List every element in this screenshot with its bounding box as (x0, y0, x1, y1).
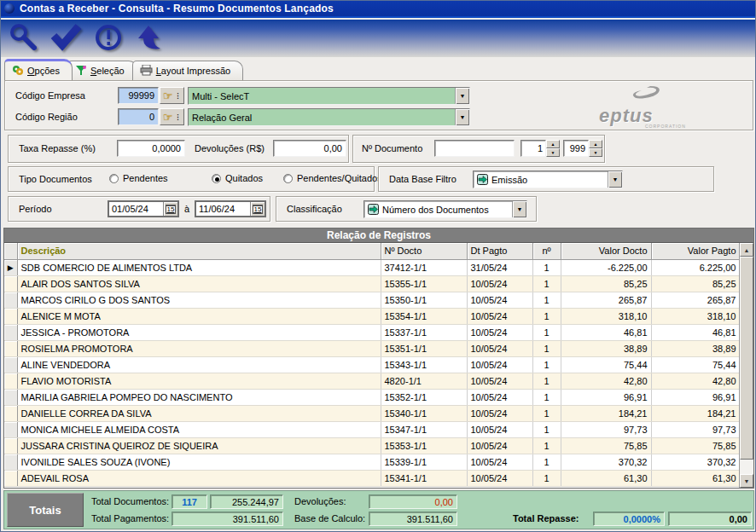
row-gutter (4, 421, 17, 437)
taxa-repasse-input[interactable]: 0,0000 (117, 140, 185, 157)
date-from-input[interactable]: 01/05/24 15 (108, 200, 179, 217)
cell: 1 (532, 437, 561, 454)
green-arrow-icon (368, 204, 379, 215)
table-row[interactable]: ALENICE M MOTA15354-1/110/05/241318,1031… (4, 308, 740, 324)
exit-button[interactable] (134, 22, 168, 55)
cell: 10/05/24 (467, 421, 532, 437)
table-row[interactable]: ALINE VENDEDORA15343-1/110/05/24175,4475… (4, 356, 740, 373)
periodo-panel: Período 01/05/24 15 à 11/06/24 15 (8, 196, 270, 222)
codigo-empresa-input[interactable]: 99999 (118, 87, 159, 104)
table-row[interactable]: IVONILDE SALES SOUZA (IVONE)15339-1/110/… (4, 454, 740, 470)
cell: 15352-1/1 (381, 389, 467, 405)
table-row[interactable]: ▶SDB COMERCIO DE ALIMENTOS LTDA37412-1/1… (4, 259, 740, 275)
cell: JESSICA - PROMOTORA (17, 324, 381, 340)
cell: ALAIR DOS SANTOS SILVA (17, 275, 381, 292)
cell: -6.225,00 (561, 259, 651, 275)
table-row[interactable]: MARCOS CIRILO G DOS SANTOS15350-1/110/05… (4, 292, 740, 308)
cell: 61,30 (561, 470, 651, 486)
column-header[interactable]: Valor Pagto (651, 243, 740, 259)
radio-pendentes[interactable]: Pendentes (109, 173, 168, 183)
spin-down-icon[interactable]: ▼ (546, 148, 560, 157)
spin-down-icon[interactable]: ▼ (589, 148, 602, 157)
dropdown-arrow-icon[interactable]: ▼ (455, 109, 469, 125)
classificacao-combobox[interactable]: Número dos Documentos ▼ (363, 200, 527, 218)
pointing-hand-icon: ☞ (163, 90, 173, 101)
spin-up-icon[interactable]: ▲ (546, 140, 560, 148)
dropdown-arrow-icon[interactable]: ▼ (455, 88, 469, 104)
vertical-scrollbar[interactable]: ▲ ▼ (739, 243, 753, 488)
num-documento-input[interactable] (434, 140, 515, 157)
cell: 97,73 (561, 421, 651, 437)
column-header[interactable]: Descrição (17, 243, 381, 259)
cell: 1 (532, 292, 561, 308)
tab-selecao[interactable]: Seleção (67, 61, 137, 80)
range-from-spinner[interactable]: 1 ▲ ▼ (520, 140, 560, 157)
codigo-regiao-input[interactable]: 0 (118, 108, 159, 125)
cell: 1 (532, 259, 561, 275)
table-row[interactable]: JUSSARA CRISTINA QUEIROZ DE SIQUEIRA1535… (4, 437, 740, 454)
checkmark-icon (49, 24, 82, 54)
calendar-button[interactable]: 15 (250, 202, 265, 216)
curved-arrow-icon (135, 23, 167, 55)
dots-icon: ⋮ (174, 92, 181, 100)
scrollbar-thumb[interactable] (740, 257, 753, 460)
devolucoes-input[interactable]: 0,00 (273, 140, 346, 157)
cell: 46,81 (651, 324, 740, 340)
tab-layout-impressao[interactable]: Layout Impressão (132, 61, 243, 80)
search-button[interactable] (6, 22, 40, 55)
cell: 1 (532, 275, 561, 292)
table-row[interactable]: FLAVIO MOTORISTA4820-1/110/05/24142,8042… (4, 373, 740, 389)
spin-up-icon[interactable]: ▲ (589, 140, 602, 148)
radio-quitados[interactable]: Quitados (212, 173, 263, 183)
table-row[interactable]: ADEVAIL ROSA15341-1/110/05/24161,3061,30 (4, 470, 740, 486)
cell: 10/05/24 (467, 454, 532, 470)
table-row[interactable]: ROSIELMA PROMOTORA15351-1/110/05/24138,8… (4, 340, 740, 356)
alert-button[interactable] (91, 22, 125, 55)
window-title: Contas a Receber - Consulta - Resumo Doc… (20, 3, 334, 14)
scroll-up-icon[interactable]: ▲ (740, 243, 753, 257)
column-header[interactable]: nº (532, 243, 561, 259)
codigo-empresa-lookup-button[interactable]: ☞ ⋮ (160, 87, 184, 104)
dropdown-arrow-icon[interactable]: ▼ (512, 201, 526, 217)
total-repasse-label: Total Repasse: (513, 513, 579, 523)
cell: 38,89 (651, 340, 740, 356)
table-row[interactable]: MONICA MICHELE ALMEIDA COSTA15347-1/110/… (4, 421, 740, 437)
table-row[interactable]: JESSICA - PROMOTORA15337-1/110/05/24146,… (4, 324, 740, 340)
column-header[interactable]: Nº Docto (381, 243, 467, 259)
data-base-filtro-combobox[interactable]: Emissão ▼ (473, 171, 623, 188)
confirm-button[interactable] (49, 22, 83, 55)
row-gutter (4, 405, 17, 421)
empresa-combobox[interactable]: Multi - SelecT ▼ (188, 87, 470, 105)
calendar-button[interactable]: 15 (163, 202, 177, 216)
cell: 96,91 (651, 389, 740, 405)
row-gutter (4, 470, 17, 486)
green-arrow-icon (477, 174, 488, 185)
cell: 10/05/24 (467, 470, 532, 486)
table-row[interactable]: MARILIA GABRIELA POMPEO DO NASCIMENTO153… (4, 389, 740, 405)
date-to-input[interactable]: 11/06/24 15 (195, 200, 266, 217)
cell: 15337-1/1 (381, 324, 467, 340)
scroll-down-icon[interactable]: ▼ (740, 474, 753, 488)
column-header[interactable]: Valor Docto (561, 243, 651, 259)
table-row[interactable]: DANIELLE CORREA DA SILVA15340-1/110/05/2… (4, 405, 740, 421)
cell: 10/05/24 (467, 275, 532, 292)
title-bar: Contas a Receber - Consulta - Resumo Doc… (1, 1, 755, 18)
tipo-documentos-panel: Tipo Documentos PendentesQuitadosPendent… (8, 166, 375, 192)
row-gutter (4, 373, 17, 389)
date-separator: à (184, 204, 189, 214)
dropdown-arrow-icon[interactable]: ▼ (608, 171, 622, 188)
cell: 38,89 (561, 340, 651, 356)
radio-pendentes-quitados[interactable]: Pendentes/Quitados (283, 173, 382, 183)
grid-header-row: DescriçãoNº DoctoDt PagtonºValor DoctoVa… (4, 243, 740, 259)
codigo-regiao-lookup-button[interactable]: ☞ ⋮ (160, 108, 184, 125)
column-header[interactable]: Dt Pagto (467, 243, 532, 259)
range-to-spinner[interactable]: 999 ▲ ▼ (563, 140, 602, 157)
logo-subtext: CORPORATION (645, 124, 686, 129)
cell: 46,81 (561, 324, 651, 340)
table-row[interactable]: ALAIR DOS SANTOS SILVA15355-1/110/05/241… (4, 275, 740, 292)
cell: 265,87 (561, 292, 651, 308)
regiao-combobox[interactable]: Relação Geral ▼ (188, 108, 470, 126)
tab-opcoes[interactable]: Opções (4, 59, 73, 80)
empresa-combo-value: Multi - SelecT (189, 88, 455, 104)
classificacao-panel: Classificação Número dos Documentos ▼ (276, 196, 537, 222)
